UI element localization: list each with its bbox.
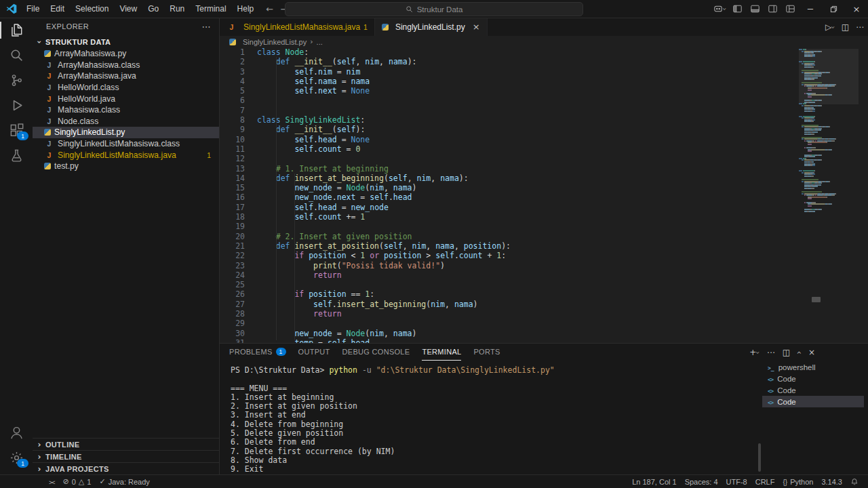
section-outline[interactable]: ›OUTLINE (33, 438, 219, 450)
split-terminal-icon[interactable]: ◫ (783, 348, 790, 357)
code-line[interactable]: 17 self.head = new_node (220, 203, 868, 212)
code-line[interactable]: 12 (220, 154, 868, 163)
code-line[interactable]: 14 def insert_at_beginning(self, nim, na… (220, 174, 868, 183)
activity-extensions-icon[interactable]: 1 (0, 118, 33, 143)
close-tab-icon[interactable]: × (473, 22, 480, 31)
code-line[interactable]: 19 (220, 222, 868, 231)
statusbar-python-version[interactable]: 3.14.3 (817, 478, 846, 486)
file-item[interactable]: ArrayMahasiswa.java (33, 70, 219, 82)
menu-run[interactable]: Run (164, 0, 190, 18)
minimize-button[interactable]: ─ (799, 0, 822, 18)
code-line[interactable]: 31 temp = self.head (220, 338, 868, 343)
section-timeline[interactable]: ›TIMELINE (33, 450, 219, 462)
close-panel-icon[interactable]: × (808, 348, 815, 357)
statusbar-indentation[interactable]: Spaces: 4 (681, 478, 722, 486)
editor-tab[interactable]: SinglyLinkedListMahasiswa.java1 (220, 18, 375, 36)
code-line[interactable]: 25 (220, 280, 868, 289)
toggle-sidebar-icon[interactable] (728, 0, 746, 18)
statusbar-notifications[interactable] (846, 478, 863, 486)
terminal-instance[interactable]: Code (762, 385, 864, 396)
file-item[interactable]: ArrayMahasiswa.py (33, 48, 219, 60)
menu-help[interactable]: Help (232, 0, 260, 18)
code-line[interactable]: 4 self.nama = nama (220, 77, 868, 86)
panel-tab-debug-console[interactable]: DEBUG CONSOLE (342, 344, 410, 361)
statusbar-encoding[interactable]: UTF-8 (722, 478, 751, 486)
code-line[interactable]: 21 def insert_at_position(self, nim, nam… (220, 241, 868, 251)
code-line[interactable]: 13 # 1. Insert at beginning (220, 164, 868, 174)
code-line[interactable]: 30 new_node = Node(nim, nama) (220, 329, 868, 338)
activity-search-icon[interactable] (0, 43, 33, 68)
editor-more-actions-icon[interactable]: ⋯ (856, 22, 864, 32)
close-button[interactable]: × (845, 0, 868, 18)
terminal-more-actions-icon[interactable]: ⋯ (767, 348, 775, 357)
customize-layout-icon[interactable] (781, 0, 799, 18)
code-line[interactable]: 3 self.nim = nim (220, 67, 868, 77)
code-line[interactable]: 20 # 2. Insert at given position (220, 232, 868, 241)
code-line[interactable]: 22 if position < 1 or position > self.co… (220, 251, 868, 260)
activity-run-debug-icon[interactable] (0, 93, 33, 118)
split-editor-icon[interactable]: ◫ (842, 22, 849, 32)
code-line[interactable]: 23 print("Posisi tidak valid!") (220, 261, 868, 270)
panel-tab-ports[interactable]: PORTS (473, 344, 500, 361)
code-line[interactable]: 7 (220, 106, 868, 115)
statusbar-problems[interactable]: 01 (59, 477, 96, 486)
code-line[interactable]: 18 self.count += 1 (220, 212, 868, 222)
code-line[interactable]: 27 self.insert_at_beginning(nim, nama) (220, 300, 868, 309)
code-line[interactable]: 24 return (220, 270, 868, 280)
panel-tab-terminal[interactable]: TERMINAL (422, 344, 461, 361)
file-item[interactable]: Node.class (33, 116, 219, 127)
code-line[interactable]: 16 new_node.next = self.head (220, 192, 868, 202)
activity-source-control-icon[interactable] (0, 68, 33, 93)
code-line[interactable]: 28 return (220, 309, 868, 319)
terminal-instance[interactable]: Code (762, 373, 864, 385)
code-line[interactable]: 11 self.count = 0 (220, 144, 868, 154)
terminal-output[interactable]: PS D:\Struktur Data> python -u "d:\Struk… (220, 361, 758, 474)
statusbar-cursor-position[interactable]: Ln 187, Col 1 (628, 478, 680, 486)
editor-tab[interactable]: SinglyLinkedList.py× (375, 18, 488, 36)
file-item[interactable]: HelloWorld.java (33, 93, 219, 104)
menu-go[interactable]: Go (142, 0, 164, 18)
statusbar-java-status[interactable]: Java: Ready (95, 477, 153, 486)
activity-testing-icon[interactable] (0, 143, 33, 168)
panel-tab-problems[interactable]: PROBLEMS1 (229, 344, 286, 361)
code-line[interactable]: 10 self.head = None (220, 135, 868, 144)
folder-section-header[interactable]: › STRUKTUR DATA (33, 35, 219, 48)
code-line[interactable]: 1class Node: (220, 47, 868, 57)
code-area[interactable]: 1class Node:2 def __init__(self, nim, na… (220, 47, 868, 343)
code-line[interactable]: 2 def __init__(self, nim, nama): (220, 57, 868, 66)
toggle-secondary-sidebar-icon[interactable] (764, 0, 781, 18)
minimap[interactable] (799, 49, 859, 212)
nav-back-icon[interactable]: ← (266, 4, 273, 14)
code-line[interactable]: 9 def __init__(self): (220, 125, 868, 134)
menu-terminal[interactable]: Terminal (190, 0, 231, 18)
code-line[interactable]: 5 self.next = None (220, 86, 868, 96)
code-line[interactable]: 15 new_node = Node(nim, nama) (220, 183, 868, 192)
file-item[interactable]: SinglyLinkedList.py (33, 127, 219, 138)
file-item[interactable]: test.py (33, 161, 219, 172)
activity-settings-icon[interactable]: 1 (0, 445, 33, 470)
code-line[interactable]: 8class SinglyLinkedList: (220, 115, 868, 125)
file-item[interactable]: SinglyLinkedListMahasiswa.class (33, 138, 219, 150)
statusbar-eol[interactable]: CRLF (751, 478, 779, 486)
explorer-more-actions-icon[interactable]: ⋯ (202, 22, 211, 32)
menu-selection[interactable]: Selection (70, 0, 114, 18)
breadcrumb-file[interactable]: SinglyLinkedList.py (243, 38, 307, 46)
activity-account-icon[interactable] (0, 420, 33, 445)
panel-tab-output[interactable]: OUTPUT (298, 344, 330, 361)
restore-button[interactable] (822, 0, 845, 18)
maximize-panel-icon[interactable]: › (795, 350, 804, 354)
breadcrumb-symbol[interactable]: ... (317, 38, 323, 46)
copilot-dropdown[interactable]: › (711, 0, 728, 18)
command-center-search[interactable]: Struktur Data (285, 2, 583, 16)
file-item[interactable]: ArrayMahasiswa.class (33, 60, 219, 71)
section-java-projects[interactable]: ›JAVA PROJECTS (33, 462, 219, 474)
code-line[interactable]: 26 if position == 1: (220, 289, 868, 299)
terminal-instance[interactable]: Code (762, 396, 864, 407)
code-line[interactable]: 6 (220, 96, 868, 105)
menu-edit[interactable]: Edit (45, 0, 70, 18)
file-item[interactable]: SinglyLinkedListMahasiswa.java1 (33, 149, 219, 161)
code-line[interactable]: 29 (220, 319, 868, 328)
terminal-instance[interactable]: powershell (762, 362, 864, 373)
terminal-scrollbar[interactable] (758, 443, 761, 472)
run-python-file-button[interactable]: ▷› (825, 22, 835, 32)
